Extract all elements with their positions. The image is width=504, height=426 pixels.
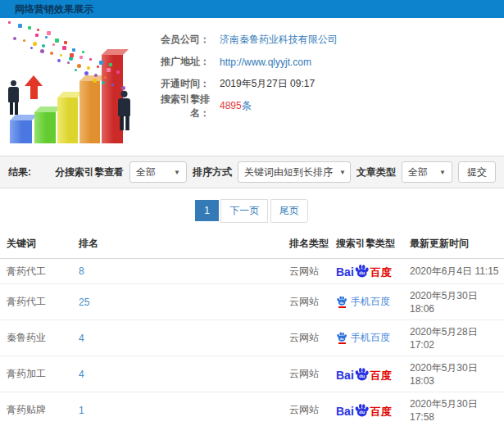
confetti-dot <box>37 29 39 31</box>
header-rank: 排名 <box>72 229 283 259</box>
confetti-dot <box>79 56 83 59</box>
updated-cell: 2020年6月4日 11:15 <box>403 259 504 284</box>
engine-cell: Bai du 百度 <box>329 259 403 284</box>
baidu-bai-text: Bai <box>336 406 354 417</box>
updated-cell: 2020年5月30日 18:03 <box>403 356 504 392</box>
rank-type-cell: 云网站 <box>283 320 329 356</box>
confetti-dot <box>109 63 112 66</box>
confetti-dot <box>97 66 99 68</box>
keyword-rank-table: 关键词 排名 排名类型 搜索引擎类型 最新更新时间 膏药代工 8 云网站 Bai <box>0 229 504 426</box>
promo-url-label: 推广地址： <box>146 55 210 69</box>
article-type-select[interactable]: 全部 ▼ <box>402 161 452 183</box>
results-filter-bar: 结果: 分搜索引擎查看 全部 ▼ 排序方式 关键词由短到长排序 ▼ 文章类型 全… <box>0 156 504 188</box>
confetti-dot <box>35 34 39 37</box>
confetti-dot <box>70 53 74 57</box>
engine-rank-unit: 条 <box>242 100 252 111</box>
confetti-dot <box>102 81 105 84</box>
chart-bar <box>79 81 100 143</box>
pagination: 1 下一页 尾页 <box>0 199 504 223</box>
confetti-dot <box>62 46 66 50</box>
engine-view-selected: 全部 <box>136 165 156 179</box>
engine-cell: du 手机百度 <box>329 320 403 356</box>
chart-bar <box>10 120 32 143</box>
confetti-dot <box>89 58 92 61</box>
baidu-name-text: 百度 <box>370 267 392 278</box>
keyword-cell: 膏药贴牌 <box>0 392 72 426</box>
confetti-dot <box>111 84 114 86</box>
engine-rank-label: 搜索引擎排名： <box>146 93 210 120</box>
rank-cell[interactable]: 25 <box>72 284 283 320</box>
engine-view-select[interactable]: 全部 ▼ <box>129 161 187 183</box>
baidu-logo: Bai du 百度 <box>336 264 392 278</box>
open-time-label: 开通时间： <box>146 77 210 91</box>
baidu-mobile-paw-icon: du <box>336 332 347 344</box>
engine-cell: Bai du 百度 <box>329 356 403 392</box>
member-company-field: 会员公司： 济南秦鲁药业科技有限公司 <box>146 29 504 51</box>
page-button[interactable]: 下一页 <box>220 199 268 223</box>
rank-type-cell: 云网站 <box>283 392 329 426</box>
baidu-mobile-logo: du 手机百度 <box>336 295 390 309</box>
sort-selected: 关键词由短到长排序 <box>244 165 333 179</box>
confetti-dot <box>93 79 97 83</box>
sort-select[interactable]: 关键词由短到长排序 ▼ <box>238 161 351 183</box>
baidu-logo: Bai du 百度 <box>336 367 392 381</box>
keyword-cell: 膏药加工 <box>0 356 72 392</box>
svg-text:du: du <box>359 270 365 275</box>
confetti-dot <box>72 48 75 52</box>
article-type-selected: 全部 <box>408 165 428 179</box>
baidu-name-text: 百度 <box>370 370 392 381</box>
rank-cell[interactable]: 1 <box>72 392 283 426</box>
keyword-cell: 秦鲁药业 <box>0 320 72 356</box>
confetti-dot <box>30 47 33 49</box>
svg-text:du: du <box>359 410 365 415</box>
confetti-dot <box>64 41 67 44</box>
confetti-dot <box>104 76 107 79</box>
rank-cell[interactable]: 4 <box>72 320 283 356</box>
confetti-dot <box>84 71 89 75</box>
baidu-paw-icon: du <box>354 403 370 417</box>
baidu-mobile-underline <box>338 342 346 344</box>
rank-cell[interactable]: 4 <box>72 356 283 392</box>
header-engine-type: 搜索引擎类型 <box>329 229 403 259</box>
confetti-dot <box>94 74 98 77</box>
sort-label: 排序方式 <box>193 165 232 179</box>
keyword-cell: 膏药代工 <box>0 284 72 320</box>
confetti-dot <box>107 68 111 72</box>
member-company-label: 会员公司： <box>146 33 210 47</box>
businessman-right-figure <box>118 91 130 130</box>
baidu-mobile-underline <box>338 306 346 308</box>
chevron-down-icon: ▼ <box>439 169 446 176</box>
svg-text:du: du <box>340 337 344 341</box>
keyword-cell: 膏药代工 <box>0 259 72 284</box>
submit-button[interactable]: 提交 <box>458 161 496 183</box>
engine-cell: Bai du 百度 <box>329 392 403 426</box>
confetti-dot <box>99 61 103 65</box>
engine-view-label: 分搜索引擎查看 <box>55 165 124 179</box>
table-row: 膏药代工 8 云网站 Bai <box>0 259 504 284</box>
table-row: 膏药代工 25 云网站 <box>0 284 504 320</box>
member-company-link[interactable]: 济南秦鲁药业科技有限公司 <box>220 33 338 47</box>
confetti-dot <box>57 59 61 62</box>
confetti-dot <box>77 64 81 68</box>
promo-url-link[interactable]: http://www.qlyyjt.com <box>220 57 311 68</box>
promo-url-field: 推广地址： http://www.qlyyjt.com <box>146 51 504 73</box>
chart-bar <box>34 112 56 143</box>
chevron-down-icon: ▼ <box>174 169 180 176</box>
rank-cell[interactable]: 8 <box>72 259 283 284</box>
baidu-paw-icon: du <box>354 264 370 278</box>
member-info-list: 会员公司： 济南秦鲁药业科技有限公司 推广地址： http://www.qlyy… <box>146 18 504 156</box>
header-rank-type: 排名类型 <box>283 229 329 259</box>
confetti-dot <box>116 70 120 74</box>
header-updated: 最新更新时间 <box>403 229 504 259</box>
baidu-paw-icon: du <box>354 367 370 381</box>
page-button[interactable]: 1 <box>195 200 219 221</box>
member-summary-section: 会员公司： 济南秦鲁药业科技有限公司 推广地址： http://www.qlyy… <box>0 18 504 156</box>
engine-cell: du 手机百度 <box>329 284 403 320</box>
businessman-left-figure <box>8 80 19 115</box>
open-time-value: 2019年5月27日 09:17 <box>220 77 315 91</box>
svg-text:du: du <box>359 374 365 378</box>
confetti-dot <box>121 86 125 90</box>
page-button[interactable]: 尾页 <box>270 199 308 223</box>
chart-bar <box>57 97 78 143</box>
baidu-bai-text: Bai <box>336 369 354 381</box>
